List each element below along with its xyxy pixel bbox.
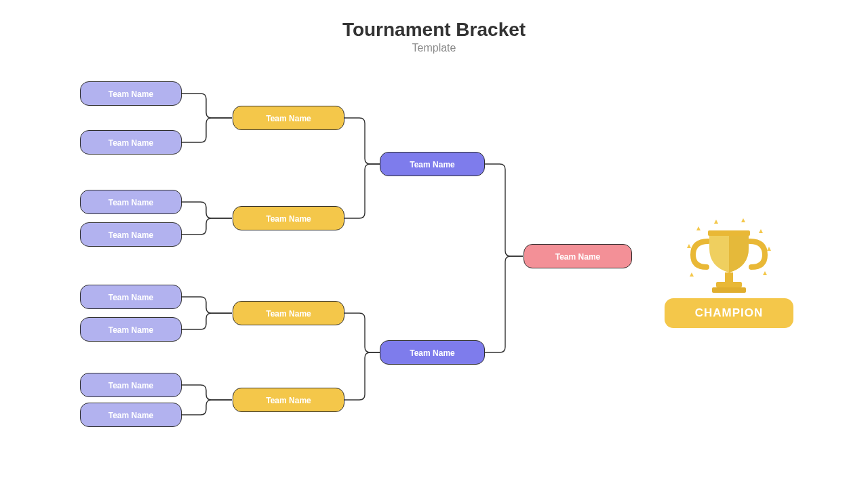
svg-rect-8 bbox=[708, 230, 750, 236]
champion-badge: CHAMPION bbox=[665, 298, 793, 328]
svg-rect-9 bbox=[725, 272, 733, 282]
r3-team-2: Team Name bbox=[380, 340, 485, 365]
svg-marker-3 bbox=[741, 218, 745, 222]
r2-team-1: Team Name bbox=[233, 106, 344, 130]
r2-team-3: Team Name bbox=[233, 301, 344, 325]
r2-team-2: Team Name bbox=[233, 206, 344, 230]
r1-team-7: Team Name bbox=[80, 373, 182, 397]
svg-marker-1 bbox=[696, 226, 701, 230]
svg-marker-2 bbox=[714, 220, 718, 224]
bracket-stage: Tournament Bracket Template Team Name Te… bbox=[0, 0, 868, 488]
svg-marker-6 bbox=[763, 271, 767, 275]
final-team: Team Name bbox=[524, 244, 632, 268]
r1-team-3: Team Name bbox=[80, 190, 182, 214]
r3-team-1: Team Name bbox=[380, 152, 485, 176]
r1-team-8: Team Name bbox=[80, 403, 182, 427]
r2-team-4: Team Name bbox=[233, 388, 344, 412]
svg-rect-11 bbox=[712, 287, 746, 293]
r1-team-4: Team Name bbox=[80, 222, 182, 247]
svg-marker-4 bbox=[759, 229, 763, 233]
trophy-icon bbox=[685, 217, 773, 298]
r1-team-6: Team Name bbox=[80, 317, 182, 342]
svg-marker-5 bbox=[767, 247, 771, 251]
r1-team-2: Team Name bbox=[80, 130, 182, 155]
svg-marker-7 bbox=[690, 272, 694, 277]
page-subtitle: Template bbox=[0, 42, 868, 54]
svg-marker-0 bbox=[687, 244, 691, 248]
svg-rect-10 bbox=[716, 282, 742, 287]
r1-team-1: Team Name bbox=[80, 81, 182, 106]
r1-team-5: Team Name bbox=[80, 285, 182, 309]
page-title: Tournament Bracket bbox=[0, 19, 868, 41]
